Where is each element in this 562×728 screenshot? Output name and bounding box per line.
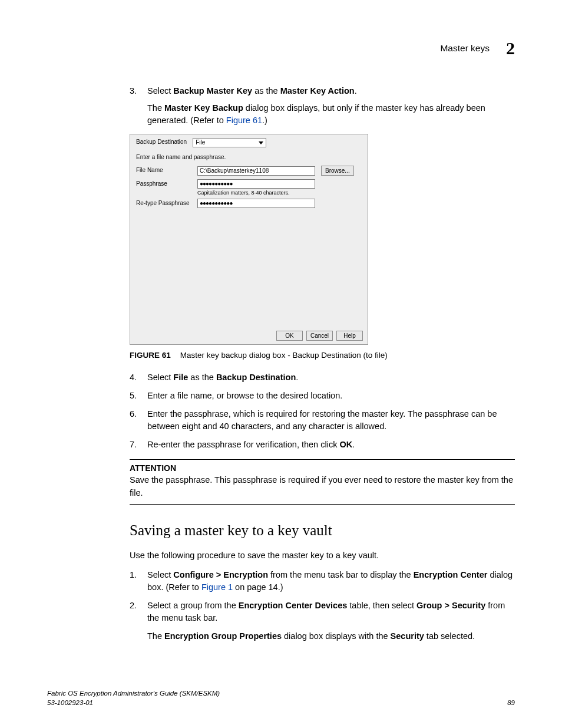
s2-step2-line2: The Encryption Group Properties dialog b… bbox=[147, 630, 515, 643]
attention-title: ATTENTION bbox=[130, 462, 515, 474]
step-body: Select Backup Master Key as the Master K… bbox=[147, 85, 515, 127]
s2-step-1: 1. Select Configure > Encryption from th… bbox=[130, 569, 515, 594]
procedure-steps-section2: 1. Select Configure > Encryption from th… bbox=[130, 569, 515, 643]
s2-step2-line1: Select a group from the Encryption Cente… bbox=[147, 599, 515, 624]
page-number: 89 bbox=[507, 698, 515, 708]
step-body: Re-enter the passphrase for verification… bbox=[147, 439, 515, 451]
procedure-steps-part1: 3. Select Backup Master Key as the Maste… bbox=[130, 85, 515, 127]
passphrase-label: Passphrase bbox=[136, 180, 194, 189]
step-number: 3. bbox=[130, 85, 139, 127]
step-number: 5. bbox=[130, 390, 139, 402]
backup-destination-select[interactable]: File bbox=[193, 138, 266, 147]
passphrase-hint: Capitalization matters, 8-40 characters. bbox=[130, 189, 368, 197]
figure-61-link[interactable]: Figure 61 bbox=[226, 116, 262, 125]
step-5: 5. Enter a file name, or browse to the d… bbox=[130, 390, 515, 402]
section-heading: Saving a master key to a key vault bbox=[130, 520, 515, 541]
step-body: Select a group from the Encryption Cente… bbox=[147, 599, 515, 643]
step-number: 2. bbox=[130, 599, 139, 643]
content: 3. Select Backup Master Key as the Maste… bbox=[130, 85, 515, 643]
retype-input[interactable]: ●●●●●●●●●●● bbox=[197, 199, 315, 208]
passphrase-input[interactable]: ●●●●●●●●●●● bbox=[197, 179, 315, 189]
procedure-steps-part2: 4. Select File as the Backup Destination… bbox=[130, 371, 515, 451]
step-3: 3. Select Backup Master Key as the Maste… bbox=[130, 85, 515, 127]
step3-line1: Select Backup Master Key as the Master K… bbox=[147, 85, 515, 97]
footer-left: Fabric OS Encryption Administrator's Gui… bbox=[47, 689, 220, 708]
figure-caption: FIGURE 61Master key backup dialog box - … bbox=[130, 350, 515, 361]
help-button[interactable]: Help bbox=[336, 331, 363, 341]
s2-step-2: 2. Select a group from the Encryption Ce… bbox=[130, 599, 515, 643]
backup-destination-value: File bbox=[193, 139, 205, 146]
step3-line2: The Master Key Backup dialog box display… bbox=[147, 102, 515, 127]
attention-block: ATTENTION Save the passphrase. This pass… bbox=[130, 459, 515, 504]
dialog-prompt: Enter a file name and passphrase. bbox=[130, 147, 368, 164]
page-header: Master keys 2 bbox=[47, 35, 515, 61]
figure-number: FIGURE 61 bbox=[130, 351, 171, 360]
passphrase-row: Passphrase ●●●●●●●●●●● bbox=[130, 177, 368, 190]
retype-label: Re-type Passphrase bbox=[136, 199, 194, 208]
step-number: 4. bbox=[130, 371, 139, 384]
step-body: Select File as the Backup Destination. bbox=[147, 371, 515, 384]
backup-destination-label: Backup Destination bbox=[136, 138, 187, 147]
retype-row: Re-type Passphrase ●●●●●●●●●●● bbox=[130, 197, 368, 210]
step-body: Enter a file name, or browse to the desi… bbox=[147, 390, 515, 402]
step-number: 6. bbox=[130, 408, 139, 433]
step-6: 6. Enter the passphrase, which is requir… bbox=[130, 408, 515, 433]
step-body: Enter the passphrase, which is required … bbox=[147, 408, 515, 433]
footer-doc-title: Fabric OS Encryption Administrator's Gui… bbox=[47, 689, 220, 699]
chapter-number: 2 bbox=[506, 35, 515, 61]
figure-1-link[interactable]: Figure 1 bbox=[201, 582, 233, 592]
attention-text: Save the passphrase. This passphrase is … bbox=[130, 474, 515, 499]
step-number: 7. bbox=[130, 439, 139, 451]
cancel-button[interactable]: Cancel bbox=[306, 331, 333, 341]
page-footer: Fabric OS Encryption Administrator's Gui… bbox=[47, 689, 515, 708]
ok-button[interactable]: OK bbox=[276, 331, 303, 341]
backup-destination-row: Backup Destination File bbox=[130, 134, 368, 147]
file-name-input[interactable]: C:\Backup\masterkey1108 bbox=[197, 166, 315, 176]
step-4: 4. Select File as the Backup Destination… bbox=[130, 371, 515, 384]
step-body: Select Configure > Encryption from the m… bbox=[147, 569, 515, 594]
browse-button[interactable]: Browse... bbox=[321, 166, 354, 176]
header-title: Master keys bbox=[440, 42, 490, 55]
step-number: 1. bbox=[130, 569, 139, 594]
step-7: 7. Re-enter the passphrase for verificat… bbox=[130, 439, 515, 451]
dialog-spacer bbox=[130, 210, 368, 327]
master-key-backup-dialog: Backup Destination File Enter a file nam… bbox=[130, 134, 368, 345]
dialog-footer: OK Cancel Help bbox=[130, 327, 368, 344]
footer-doc-id: 53-1002923-01 bbox=[47, 698, 220, 708]
section-intro: Use the following procedure to save the … bbox=[130, 549, 515, 562]
file-name-label: File Name bbox=[136, 166, 194, 175]
file-name-row: File Name C:\Backup\masterkey1108 Browse… bbox=[130, 164, 368, 177]
figure-text: Master key backup dialog box - Backup De… bbox=[180, 351, 388, 360]
